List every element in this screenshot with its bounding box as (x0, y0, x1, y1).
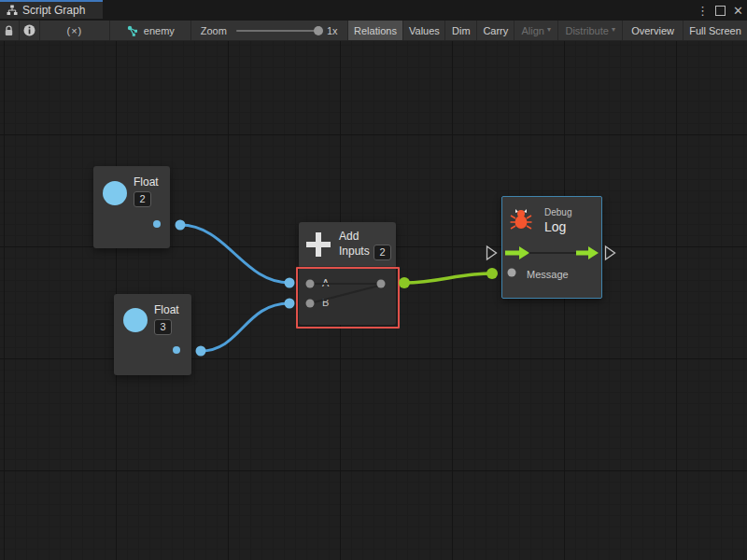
carry-label: Carry (483, 25, 508, 36)
zoom-label: Zoom (201, 25, 227, 36)
inputs-label: Inputs (339, 245, 370, 258)
float-value-field[interactable]: 2 (134, 191, 151, 207)
node-category: Debug (544, 207, 571, 217)
distribute-button[interactable]: Distribute▾ (558, 21, 623, 40)
inputs-value-field[interactable]: 2 (374, 245, 391, 260)
bug-icon (510, 205, 532, 230)
tab-label: Script Graph (22, 4, 85, 17)
node-title: Float (134, 175, 159, 189)
dim-button[interactable]: Dim (445, 21, 477, 40)
distribute-label: Distribute (565, 25, 608, 36)
graph-toolbar: (×) enemy Zoom 1x Relations Values Dim C… (0, 21, 747, 41)
dim-label: Dim (452, 25, 471, 36)
values-button[interactable]: Values (403, 21, 445, 40)
fullscreen-label: Full Screen (689, 25, 741, 36)
info-button[interactable] (20, 21, 40, 40)
variables-icon: (×) (67, 25, 83, 36)
zoom-value: 1x (327, 25, 338, 36)
window-menu-icon[interactable]: ⋮ (694, 0, 712, 21)
lock-icon (4, 25, 14, 36)
float-value-field[interactable]: 3 (154, 319, 172, 335)
node-title: Add (339, 230, 359, 243)
zoom-slider-handle[interactable] (314, 26, 323, 35)
float-icon (103, 181, 127, 205)
tab-script-graph[interactable]: Script Graph (0, 0, 103, 19)
lock-button[interactable] (0, 21, 20, 40)
info-icon (23, 24, 35, 36)
close-icon[interactable]: ✕ (729, 0, 747, 21)
error-highlight-outline (296, 267, 400, 329)
add-node-header[interactable]: Add Inputs 2 (299, 222, 396, 266)
graph-name-label: enemy (144, 25, 175, 36)
graph-name-button[interactable]: enemy (110, 21, 191, 40)
dropdown-caret-icon: ▾ (547, 25, 551, 34)
align-label: Align (522, 25, 544, 36)
dropdown-caret-icon: ▾ (612, 25, 615, 34)
graph-asset-icon (127, 25, 139, 36)
overview-label: Overview (631, 25, 674, 36)
maximize-icon[interactable] (712, 0, 729, 21)
relations-label: Relations (354, 25, 397, 36)
script-graph-window: Script Graph ⋮ ✕ (×) (0, 0, 747, 560)
carry-button[interactable]: Carry (477, 21, 514, 40)
plus-icon (306, 232, 331, 257)
float-node-2[interactable]: Float 3 (114, 294, 191, 375)
node-title: Float (154, 303, 179, 316)
overview-button[interactable]: Overview (623, 21, 684, 40)
node-title: Log (544, 219, 566, 234)
zoom-control: Zoom 1x (191, 21, 348, 40)
script-graph-icon (7, 5, 18, 16)
relations-button[interactable]: Relations (348, 21, 404, 40)
fullscreen-button[interactable]: Full Screen (684, 21, 747, 40)
values-label: Values (409, 25, 440, 36)
title-bar: Script Graph ⋮ ✕ (0, 0, 747, 21)
message-port-label: Message (527, 269, 569, 280)
debug-log-node[interactable]: Debug Log Message (501, 196, 602, 299)
variables-button[interactable]: (×) (40, 21, 110, 40)
float-icon (123, 308, 148, 332)
float-node-1[interactable]: Float 2 (93, 166, 170, 248)
zoom-slider[interactable] (236, 30, 321, 32)
align-button[interactable]: Align▾ (514, 21, 558, 40)
